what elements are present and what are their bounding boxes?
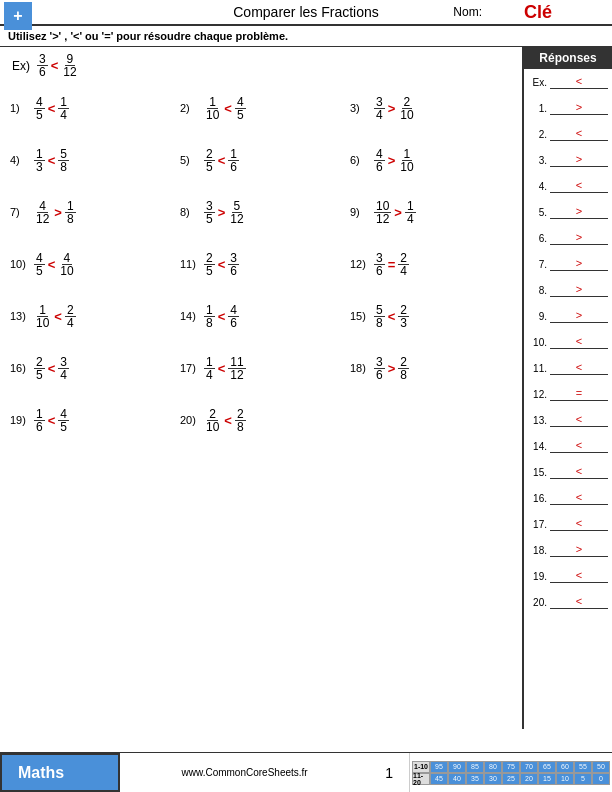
score-cell: 45: [430, 773, 448, 785]
answer-item: 17. <: [524, 511, 612, 537]
frac2: 2 10: [398, 96, 415, 121]
answer-item: Ex. <: [524, 69, 612, 95]
prob-op: >: [394, 205, 402, 220]
frac1: 3 6: [374, 356, 385, 381]
prob-op: <: [54, 309, 62, 324]
score-cell: 30: [484, 773, 502, 785]
prob-num: 7): [10, 206, 30, 218]
problem-cell: 14) 1 8 < 4 6: [176, 290, 346, 342]
frac1: 3 5: [204, 200, 215, 225]
frac2: 2 8: [235, 408, 246, 433]
answer-label: 17.: [528, 519, 550, 530]
score-cell: 65: [538, 761, 556, 773]
answer-label: 1.: [528, 103, 550, 114]
score-cell: 15: [538, 773, 556, 785]
frac1: 4 12: [34, 200, 51, 225]
score-cell: 70: [520, 761, 538, 773]
prob-op: <: [48, 101, 56, 116]
prob-num: 3): [350, 102, 370, 114]
footer: Maths www.CommonCoreSheets.fr 1 1-109590…: [0, 752, 612, 792]
frac1: 2 5: [204, 148, 215, 173]
answer-item: 12. =: [524, 381, 612, 407]
footer-maths-label: Maths: [0, 753, 120, 792]
score-cell: 90: [448, 761, 466, 773]
frac1: 1 10: [204, 96, 221, 121]
problem-cell: 9) 10 12 > 1 4: [346, 186, 516, 238]
main-content: Ex) 3 6 < 9 12 1) 4 5 < 1 4 2) 1 10: [0, 47, 612, 729]
prob-op: >: [54, 205, 62, 220]
score-cell: 35: [466, 773, 484, 785]
answer-item: 14. <: [524, 433, 612, 459]
prob-op: <: [388, 309, 396, 324]
answer-value: <: [550, 595, 608, 609]
score-cell: 5: [574, 773, 592, 785]
answer-value: >: [550, 153, 608, 167]
answer-value: <: [550, 335, 608, 349]
prob-num: 19): [10, 414, 30, 426]
answer-item: 5. >: [524, 199, 612, 225]
prob-op: >: [388, 101, 396, 116]
prob-num: 8): [180, 206, 200, 218]
frac2: 4 6: [228, 304, 239, 329]
prob-op: =: [388, 257, 396, 272]
frac2: 1 8: [65, 200, 76, 225]
problem-cell: 10) 4 5 < 4 10: [6, 238, 176, 290]
prob-op: <: [224, 413, 232, 428]
score-cell: 11-20: [412, 773, 430, 785]
problem-cell: 1) 4 5 < 1 4: [6, 82, 176, 134]
answer-label: 3.: [528, 155, 550, 166]
frac1: 4 5: [34, 96, 45, 121]
frac1: 5 8: [374, 304, 385, 329]
answer-label: 18.: [528, 545, 550, 556]
answer-item: 20. <: [524, 589, 612, 615]
answer-label: 7.: [528, 259, 550, 270]
answer-value: >: [550, 283, 608, 297]
frac2: 11 12: [228, 356, 245, 381]
problem-cell: 4) 1 3 < 5 8: [6, 134, 176, 186]
problem-cell: 20) 2 10 < 2 8: [176, 394, 346, 446]
answer-item: 10. <: [524, 329, 612, 355]
answer-value: >: [550, 231, 608, 245]
frac2: 4 5: [235, 96, 246, 121]
answer-item: 13. <: [524, 407, 612, 433]
answer-item: 1. >: [524, 95, 612, 121]
answer-label: 2.: [528, 129, 550, 140]
footer-url: www.CommonCoreSheets.fr: [120, 753, 369, 792]
answer-value: <: [550, 569, 608, 583]
answer-value: <: [550, 413, 608, 427]
prob-op: <: [218, 309, 226, 324]
answer-item: 19. <: [524, 563, 612, 589]
prob-num: 5): [180, 154, 200, 166]
score-cell: 80: [484, 761, 502, 773]
prob-op: <: [218, 153, 226, 168]
answer-label: 20.: [528, 597, 550, 608]
frac2: 4 5: [58, 408, 69, 433]
prob-op: >: [388, 153, 396, 168]
problem-cell: 18) 3 6 > 2 8: [346, 342, 516, 394]
prob-num: 14): [180, 310, 200, 322]
frac2: 5 8: [58, 148, 69, 173]
prob-num: 4): [10, 154, 30, 166]
answer-item: 7. >: [524, 251, 612, 277]
prob-op: >: [218, 205, 226, 220]
score-cell: 0: [592, 773, 610, 785]
example-frac1: 3 6: [37, 53, 48, 78]
answers-header: Réponses: [524, 47, 612, 69]
frac1: 10 12: [374, 200, 391, 225]
answer-value: <: [550, 517, 608, 531]
answer-label: 15.: [528, 467, 550, 478]
prob-op: >: [388, 361, 396, 376]
score-cell: 40: [448, 773, 466, 785]
answer-value: =: [550, 387, 608, 401]
prob-num: 12): [350, 258, 370, 270]
frac1: 1 3: [34, 148, 45, 173]
prob-op: <: [218, 257, 226, 272]
answer-value: <: [550, 127, 608, 141]
problem-cell: 13) 1 10 < 2 4: [6, 290, 176, 342]
answer-item: 4. <: [524, 173, 612, 199]
answer-label: 5.: [528, 207, 550, 218]
answer-item: 15. <: [524, 459, 612, 485]
problem-cell: 6) 4 6 > 1 10: [346, 134, 516, 186]
answer-value: >: [550, 257, 608, 271]
footer-scores: 1-109590858075706560555011-2045403530252…: [409, 753, 612, 792]
